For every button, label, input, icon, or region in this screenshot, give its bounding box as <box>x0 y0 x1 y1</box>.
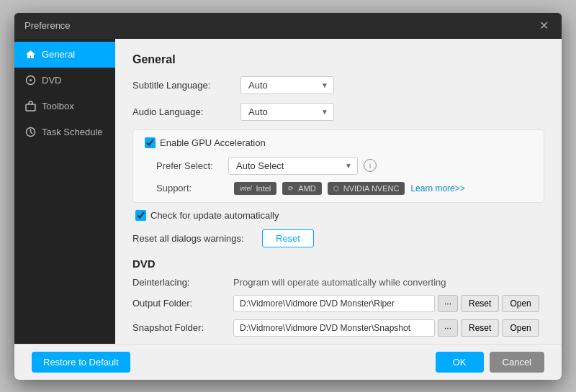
schedule-icon <box>24 127 36 138</box>
output-folder-row: Output Folder: ··· Reset Open <box>132 295 544 312</box>
check-update-row: Check for update automatically <box>135 210 544 221</box>
gpu-checkbox[interactable] <box>145 137 156 148</box>
snapshot-folder-dots-button[interactable]: ··· <box>438 319 458 337</box>
learn-more-link[interactable]: Learn more>> <box>410 183 464 193</box>
amd-icon: ⟳ <box>288 185 294 192</box>
reset-dialogs-row: Reset all dialogs warnings: Reset <box>132 229 544 247</box>
info-icon[interactable]: i <box>364 159 377 172</box>
support-row: Support: intel Intel ⟳ AMD ⬡ <box>142 182 535 195</box>
subtitle-language-label: Subtitle Language: <box>132 80 240 91</box>
prefer-select-row: Prefer Select: Auto Select i <box>142 157 535 175</box>
sidebar: General DVD <box>14 39 115 344</box>
title-bar: Preference ✕ <box>14 13 562 39</box>
sidebar-item-task-schedule[interactable]: Task Schedule <box>14 119 115 145</box>
subtitle-language-select[interactable]: Auto <box>240 76 334 94</box>
intel-icon: intel <box>240 185 252 192</box>
dialog-title: Preference <box>24 20 71 31</box>
reset-dialogs-label: Reset all dialogs warnings: <box>132 233 262 244</box>
nvidia-icon: ⬡ <box>333 185 339 192</box>
sidebar-item-toolbox[interactable]: Toolbox <box>14 94 115 119</box>
sidebar-item-dvd-label: DVD <box>42 75 61 86</box>
check-update-label: Check for update automatically <box>150 210 279 221</box>
output-folder-label: Output Folder: <box>132 298 233 309</box>
prefer-select-wrapper: Auto Select <box>228 157 358 175</box>
dvd-section-title: DVD <box>132 257 544 270</box>
footer: Restore to Default OK Cancel <box>14 344 562 380</box>
nvidia-chip: ⬡ NVIDIA NVENC <box>328 182 405 195</box>
sidebar-item-general-label: General <box>42 49 75 60</box>
general-section-title: General <box>132 53 544 66</box>
gpu-section: Enable GPU Acceleration Prefer Select: A… <box>132 129 544 203</box>
sidebar-item-task-schedule-label: Task Schedule <box>42 127 103 137</box>
dvd-section: DVD Deinterlacing: Program will operate … <box>132 257 544 337</box>
check-update-checkbox[interactable] <box>135 210 146 221</box>
output-folder-dots-button[interactable]: ··· <box>438 295 458 312</box>
intel-chip: intel Intel <box>234 182 276 195</box>
svg-point-1 <box>30 79 32 81</box>
svg-rect-2 <box>26 104 35 111</box>
prefer-select[interactable]: Auto Select <box>228 157 358 175</box>
subtitle-language-row: Subtitle Language: Auto <box>132 76 544 94</box>
preference-dialog: Preference ✕ General <box>14 13 562 380</box>
audio-language-row: Audio Language: Auto <box>132 103 544 121</box>
deinterlacing-row: Deinterlacing: Program will operate auto… <box>132 277 544 288</box>
dialog-body: General DVD <box>14 39 562 344</box>
deinterlacing-desc: Program will operate automatically while… <box>233 277 446 288</box>
sidebar-item-toolbox-label: Toolbox <box>42 101 74 111</box>
prefer-select-label: Prefer Select: <box>156 160 228 171</box>
main-scroll-wrapper: General Subtitle Language: Auto Audio La… <box>115 39 562 344</box>
snapshot-folder-label: Snapshot Folder: <box>132 322 233 333</box>
snapshot-folder-input[interactable] <box>233 319 435 337</box>
ok-button[interactable]: OK <box>436 352 484 373</box>
deinterlacing-label: Deinterlacing: <box>132 277 233 288</box>
footer-right: OK Cancel <box>436 352 544 373</box>
subtitle-language-select-wrapper: Auto <box>240 76 334 94</box>
audio-language-select[interactable]: Auto <box>240 103 334 121</box>
sidebar-item-dvd[interactable]: DVD <box>14 68 115 94</box>
amd-chip: ⟳ AMD <box>282 182 321 195</box>
gpu-checkbox-row: Enable GPU Acceleration <box>145 137 535 148</box>
main-content: General Subtitle Language: Auto Audio La… <box>115 39 562 344</box>
output-folder-input[interactable] <box>233 295 435 312</box>
toolbox-icon <box>24 101 36 112</box>
home-icon <box>24 49 36 60</box>
output-folder-open-button[interactable]: Open <box>502 295 539 312</box>
close-button[interactable]: ✕ <box>536 19 552 33</box>
snapshot-folder-open-button[interactable]: Open <box>502 319 539 337</box>
audio-language-select-wrapper: Auto <box>240 103 334 121</box>
restore-default-button[interactable]: Restore to Default <box>32 352 130 373</box>
cancel-button[interactable]: Cancel <box>490 352 544 373</box>
output-folder-reset-button[interactable]: Reset <box>461 295 499 312</box>
general-section: General Subtitle Language: Auto Audio La… <box>132 53 544 247</box>
sidebar-item-general[interactable]: General <box>14 42 115 68</box>
dvd-icon <box>24 75 36 86</box>
snapshot-folder-row: Snapshot Folder: ··· Reset Open <box>132 319 544 337</box>
reset-dialogs-button[interactable]: Reset <box>262 229 314 247</box>
gpu-checkbox-label: Enable GPU Acceleration <box>160 137 266 148</box>
snapshot-folder-reset-button[interactable]: Reset <box>461 319 499 337</box>
audio-language-label: Audio Language: <box>132 106 240 117</box>
support-label: Support: <box>156 183 228 193</box>
